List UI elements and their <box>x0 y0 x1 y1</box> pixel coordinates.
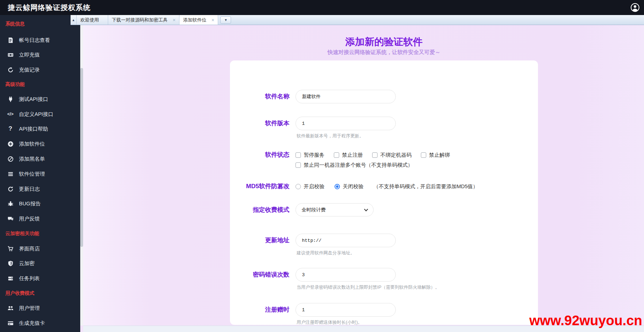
radio-label: 开启校验 <box>304 183 325 190</box>
app-title: 捷云鲸网络验证授权系统 <box>8 0 91 15</box>
code-icon: </> <box>7 111 14 117</box>
form-row-md5: MD5软件防篡改 开启校验 关闭校验 （不支持单码模式，开启后需要添加MD5值） <box>230 181 538 191</box>
checkbox-icon[interactable] <box>295 152 301 158</box>
sidebar-item-user-feedback[interactable]: 用户反馈 <box>0 213 80 224</box>
password-errors-label: 密码错误次数 <box>230 268 289 282</box>
chat-icon <box>7 215 14 222</box>
sidebar-item-test-api[interactable]: 测试API接口 <box>0 94 80 104</box>
radio-checked-icon[interactable] <box>335 184 340 189</box>
shield-icon <box>7 260 14 267</box>
software-version-label: 软件版本 <box>230 117 289 130</box>
form-row-software-status: 软件状态 暂停服务 禁止注册 不绑定机器码 禁止解绑 <box>230 150 538 170</box>
sidebar-section-cloud-encrypt: 云加密相关功能 <box>5 230 39 237</box>
document-icon <box>7 37 14 43</box>
plus-circle-icon <box>7 141 14 147</box>
form-card: 软件名称 软件版本 软件最新版本号，用于程序更新。 软件状态 暂停服务 禁止注册 <box>230 60 538 325</box>
sidebar-item-label: BUG报告 <box>19 200 40 207</box>
form-row-register-gift: 注册赠时 用户注册即赠送体验时长(小时)。 <box>230 303 538 326</box>
user-icon[interactable] <box>630 3 640 12</box>
sidebar-section-user-billing: 用户收费模式 <box>5 290 34 297</box>
sidebar-item-label: 添加软件位 <box>19 141 45 147</box>
chevron-down-icon: ▼ <box>224 18 227 22</box>
checkbox-icon[interactable] <box>372 152 378 158</box>
sidebar-scrollbar[interactable] <box>80 25 83 326</box>
register-gift-helper: 用户注册即赠送体验时长(小时)。 <box>295 319 396 326</box>
page-subtitle: 快速对接云网络验证系统，让软件安全又可爱～ <box>230 49 538 56</box>
sidebar-item-add-blacklist[interactable]: 添加黑名单 <box>0 153 80 164</box>
password-errors-input[interactable] <box>295 268 396 282</box>
users-icon <box>7 305 14 311</box>
checkbox-no-bind-machine[interactable]: 不绑定机器码 <box>372 152 412 158</box>
sidebar-section-advanced: 高级功能 <box>5 81 25 88</box>
billing-mode-value: 全时段计费 <box>302 207 326 213</box>
page-title: 添加新的验证软件 <box>230 35 538 48</box>
sidebar-item-label: 生成充值卡 <box>19 320 45 327</box>
ban-icon <box>7 156 14 162</box>
sidebar-item-label: 充值记录 <box>19 67 40 73</box>
software-name-label: 软件名称 <box>230 90 289 103</box>
software-name-input[interactable] <box>295 90 396 103</box>
checkbox-icon[interactable] <box>421 152 426 158</box>
sidebar-item-label: API接口帮助 <box>19 126 48 132</box>
sidebar-item-software-manage[interactable]: 软件位管理 <box>0 169 80 179</box>
scroll-up-icon: ▲ <box>72 18 75 22</box>
checkbox-forbid-register[interactable]: 禁止注册 <box>334 152 363 158</box>
billing-mode-select[interactable]: 全时段计费 <box>295 203 374 216</box>
radio-md5-on[interactable]: 开启校验 <box>295 183 325 190</box>
sidebar-item-label: 界面商店 <box>19 245 40 252</box>
sidebar-item-custom-api[interactable]: </> 自定义API接口 <box>0 109 80 119</box>
sidebar-item-api-help[interactable]: ? API接口帮助 <box>0 123 80 134</box>
checkbox-forbid-multi-account[interactable]: 禁止同一机器注册多个账号（不支持单码模式） <box>295 162 413 169</box>
sidebar-item-label: 测试API接口 <box>19 96 48 103</box>
checkbox-label: 禁止注册 <box>342 152 363 158</box>
sidebar-item-label: 任务列表 <box>19 275 40 282</box>
server-icon <box>7 275 14 282</box>
close-icon[interactable]: × <box>211 18 214 23</box>
question-icon: ? <box>7 126 14 132</box>
sidebar-item-add-software[interactable]: 添加软件位 <box>0 138 80 149</box>
close-icon[interactable]: × <box>173 18 176 23</box>
software-status-label: 软件状态 <box>230 150 289 160</box>
md5-label: MD5软件防篡改 <box>230 181 289 191</box>
sidebar-scrollbar-thumb[interactable] <box>80 68 83 247</box>
checkbox-forbid-unbind[interactable]: 禁止解绑 <box>421 152 450 158</box>
tab-add-software[interactable]: 添加软件位 × <box>179 15 218 25</box>
sidebar-item-account-log[interactable]: 帐号日志查看 <box>0 35 80 45</box>
form-row-software-name: 软件名称 <box>230 90 538 103</box>
list-icon <box>7 171 14 177</box>
update-url-input[interactable] <box>295 234 396 247</box>
sidebar-item-label: 用户管理 <box>19 305 40 312</box>
sidebar-item-recharge-history[interactable]: 充值记录 <box>0 64 80 75</box>
sidebar-item-bug-report[interactable]: BUG报告 <box>0 198 80 209</box>
radio-icon[interactable] <box>295 184 301 189</box>
app-header: 捷云鲸网络验证授权系统 <box>0 0 644 15</box>
tab-label: 添加软件位 <box>183 17 206 23</box>
tab-scroll-up-button[interactable]: ▲ <box>71 15 77 25</box>
sidebar-item-label: 帐号日志查看 <box>19 37 50 44</box>
register-gift-input[interactable] <box>295 303 396 317</box>
sidebar-item-task-list[interactable]: 任务列表 <box>0 273 80 284</box>
tab-bar: ▲ 欢迎使用 下载一对接源码和加密工具 × 添加软件位 × ▼ <box>71 15 644 25</box>
banknote-icon <box>7 52 14 58</box>
sidebar-item-recharge-now[interactable]: 立即充值 <box>0 49 80 60</box>
checkbox-icon[interactable] <box>334 152 339 158</box>
checkbox-label: 暂停服务 <box>304 152 325 158</box>
checkbox-icon[interactable] <box>295 162 301 168</box>
radio-label: 关闭校验 <box>343 183 364 190</box>
sidebar-item-label: 自定义API接口 <box>19 111 53 118</box>
sidebar: 系统信息 帐号日志查看 立即充值 充值记录 高级功能 测试API接口 </> 自… <box>0 15 80 332</box>
tab-download-sdk[interactable]: 下载一对接源码和加密工具 × <box>108 15 179 25</box>
sidebar-item-user-manage[interactable]: 用户管理 <box>0 303 80 313</box>
sidebar-item-ui-store[interactable]: 界面商店 <box>0 243 80 254</box>
sidebar-item-changelog[interactable]: 更新日志 <box>0 184 80 194</box>
sidebar-item-cloud-encryption[interactable]: 云加密 <box>0 258 80 269</box>
checkbox-pause-service[interactable]: 暂停服务 <box>295 152 325 158</box>
tab-list-dropdown-button[interactable]: ▼ <box>220 16 231 24</box>
software-version-input[interactable] <box>295 117 396 130</box>
sidebar-item-generate-card[interactable]: 生成充值卡 <box>0 318 80 328</box>
tab-welcome[interactable]: 欢迎使用 <box>77 15 108 25</box>
sidebar-item-label: 用户反馈 <box>19 215 40 222</box>
form-row-billing-mode: 指定收费模式 全时段计费 <box>230 203 538 216</box>
radio-md5-off[interactable]: 关闭校验 <box>335 183 364 190</box>
sidebar-item-label: 软件位管理 <box>19 171 45 177</box>
